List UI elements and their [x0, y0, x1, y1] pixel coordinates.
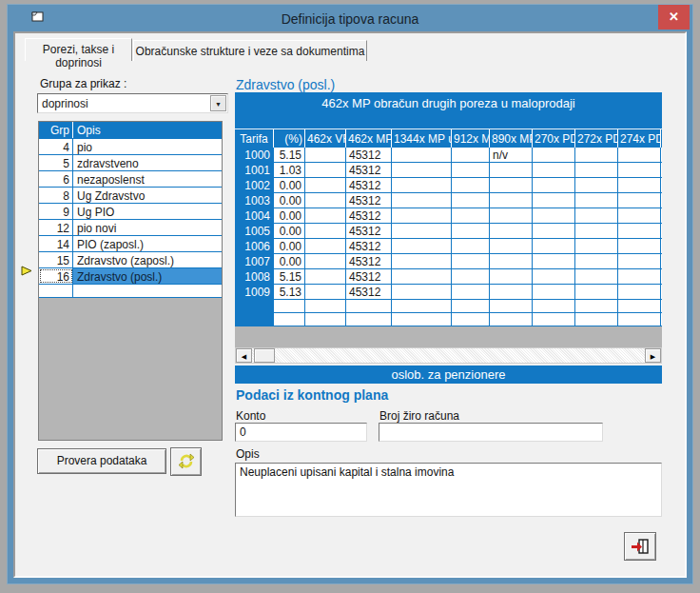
tariff-cell[interactable] — [392, 148, 452, 162]
tariff-row-header[interactable]: 1006 — [235, 239, 274, 253]
tariff-cell[interactable] — [305, 269, 346, 284]
tariff-cell[interactable] — [575, 300, 618, 312]
tariff-row[interactable]: 10011.0345312 — [235, 163, 662, 178]
tariff-cell[interactable]: 0.00 — [274, 178, 305, 192]
group-row[interactable]: 9Ug PIO — [39, 204, 222, 220]
tariff-row-header[interactable]: 1002 — [235, 178, 274, 192]
tariff-cell[interactable] — [575, 148, 618, 162]
group-row-opis[interactable]: Ug Zdravstvo — [73, 188, 222, 203]
tariff-cell[interactable] — [533, 208, 575, 223]
tariff-cell[interactable] — [452, 313, 490, 326]
tariff-cell[interactable] — [490, 313, 533, 326]
group-row-opis[interactable]: Zdravstvo (zaposl.) — [73, 252, 222, 267]
tariff-cell[interactable] — [392, 193, 452, 208]
tariff-cell[interactable] — [533, 148, 575, 162]
tariff-cell[interactable] — [618, 148, 661, 162]
group-row-opis[interactable]: pio — [73, 139, 222, 154]
tariff-cell[interactable] — [392, 300, 452, 312]
tariff-row-header[interactable]: 1005 — [235, 224, 274, 238]
group-row-opis[interactable]: Ug PIO — [73, 204, 222, 219]
tariff-row-header[interactable] — [235, 300, 274, 312]
tariff-cell[interactable]: 45312 — [346, 285, 392, 299]
tariff-cell[interactable] — [533, 254, 575, 268]
tariff-cell[interactable] — [533, 313, 575, 326]
tariff-cell[interactable] — [533, 300, 575, 312]
group-row-grp[interactable]: 8 — [39, 188, 73, 203]
tariff-cell[interactable]: 45312 — [346, 193, 392, 208]
group-row[interactable]: 16Zdravstvo (posl.) — [39, 268, 222, 285]
group-row-opis[interactable]: PIO (zaposl.) — [73, 236, 222, 251]
tariff-cell[interactable]: 45312 — [346, 148, 392, 162]
tariff-cell[interactable] — [452, 163, 490, 177]
tariff-row[interactable]: 10070.0045312 — [235, 254, 662, 269]
tariff-cell[interactable] — [533, 224, 575, 238]
group-row-grp[interactable]: 6 — [39, 171, 73, 187]
group-row-opis[interactable]: pio novi — [73, 220, 222, 235]
tariff-cell[interactable] — [618, 300, 661, 312]
tariff-cell[interactable] — [392, 313, 452, 326]
tariff-cell[interactable] — [452, 285, 490, 299]
tariff-cell[interactable] — [533, 285, 575, 299]
tariff-cell[interactable] — [575, 208, 618, 223]
tariff-cell[interactable]: 0.00 — [274, 254, 305, 268]
tariff-cell[interactable] — [305, 208, 346, 223]
horizontal-scrollbar[interactable]: ◀ ▶ — [235, 347, 662, 364]
tariff-cell[interactable] — [490, 178, 533, 192]
tariff-cell[interactable] — [305, 239, 346, 253]
tariff-row-header[interactable] — [235, 313, 274, 326]
tariff-row[interactable]: 10020.0045312 — [235, 178, 662, 193]
tariff-row[interactable]: 10060.0045312 — [235, 239, 662, 254]
group-row[interactable]: 8Ug Zdravstvo — [39, 188, 222, 204]
tariff-cell[interactable]: 1.03 — [274, 163, 305, 177]
tariff-row-header[interactable]: 1007 — [235, 254, 274, 268]
tariff-row[interactable]: 10085.1545312 — [235, 269, 662, 285]
tariff-cell[interactable] — [533, 239, 575, 253]
tariff-cell[interactable] — [452, 224, 490, 238]
group-row-opis[interactable]: zdravstveno — [73, 155, 222, 170]
tariff-cell[interactable] — [533, 193, 575, 208]
opis-textarea[interactable] — [235, 463, 662, 517]
tariff-cell[interactable] — [305, 285, 346, 299]
tariff-cell[interactable] — [452, 239, 490, 253]
tariff-cell[interactable] — [305, 300, 346, 312]
tariff-cell[interactable]: 45312 — [346, 254, 392, 268]
tariff-row[interactable]: 10005.1545312n/v — [235, 148, 662, 163]
tariff-cell[interactable]: 0.00 — [274, 193, 305, 208]
group-row-grp[interactable]: 14 — [39, 236, 73, 251]
tab-obracunske-strukture[interactable]: Obračunske strukture i veze sa dokumenti… — [133, 40, 367, 61]
group-row[interactable]: 14PIO (zaposl.) — [39, 236, 222, 252]
scroll-left-icon[interactable]: ◀ — [236, 348, 252, 363]
group-row-grp[interactable]: 9 — [39, 204, 73, 219]
tariff-cell[interactable] — [452, 193, 490, 208]
group-row[interactable]: 6nezaposlenst — [39, 171, 222, 188]
tariff-cell[interactable] — [452, 254, 490, 268]
tariff-row[interactable]: 10030.0045312 — [235, 193, 662, 208]
tariff-cell[interactable] — [392, 285, 452, 299]
tariff-cell[interactable] — [575, 178, 618, 192]
tariff-cell[interactable] — [575, 254, 618, 268]
tariff-cell[interactable]: 45312 — [346, 178, 392, 192]
tariff-cell[interactable] — [305, 178, 346, 192]
tariff-cell[interactable] — [392, 239, 452, 253]
tariff-cell[interactable]: 5.15 — [274, 148, 305, 162]
tariff-cell[interactable] — [346, 300, 392, 312]
tariff-row-header[interactable]: 1008 — [235, 269, 274, 284]
tariff-cell[interactable] — [305, 163, 346, 177]
tariff-cell[interactable] — [490, 208, 533, 223]
tariff-cell[interactable] — [452, 300, 490, 312]
group-row[interactable]: 5zdravstveno — [39, 155, 222, 171]
tariff-cell[interactable] — [533, 178, 575, 192]
tariff-row-header[interactable]: 1004 — [235, 208, 274, 223]
tariff-cell[interactable] — [452, 208, 490, 223]
tariff-cell[interactable] — [618, 208, 661, 223]
tariff-cell[interactable] — [490, 239, 533, 253]
tariff-row-header[interactable]: 1000 — [235, 148, 274, 162]
ziro-racun-input[interactable] — [379, 423, 603, 442]
tariff-row[interactable]: 10050.0045312 — [235, 224, 662, 239]
tariff-row[interactable] — [235, 313, 662, 326]
tariff-cell[interactable]: 45312 — [346, 163, 392, 177]
group-row-opis[interactable]: nezaposlenst — [73, 171, 222, 187]
tariff-cell[interactable] — [490, 300, 533, 312]
konto-input[interactable] — [235, 423, 367, 442]
tariff-cell[interactable]: 0.00 — [274, 208, 305, 223]
